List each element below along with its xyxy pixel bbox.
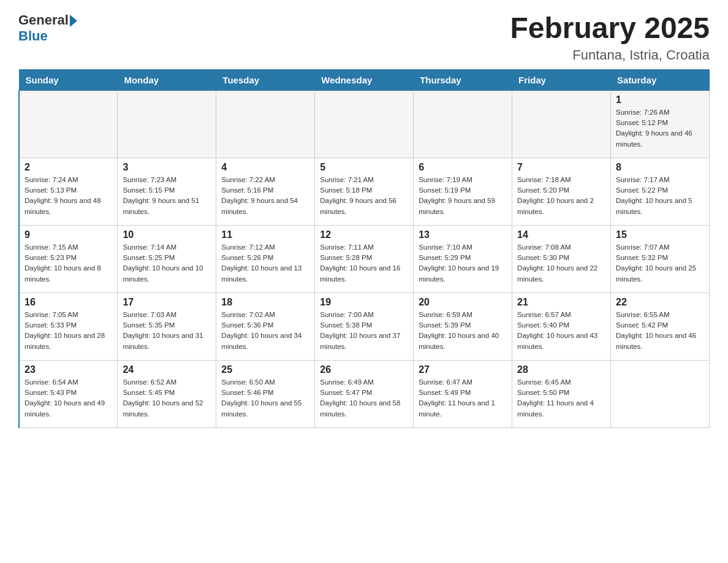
logo-general-text: General	[18, 12, 69, 28]
day-info: Sunrise: 7:08 AMSunset: 5:30 PMDaylight:…	[517, 243, 597, 283]
day-info: Sunrise: 6:49 AMSunset: 5:47 PMDaylight:…	[320, 378, 400, 418]
day-number: 12	[320, 229, 408, 240]
calendar-cell: 7Sunrise: 7:18 AMSunset: 5:20 PMDaylight…	[512, 158, 611, 225]
day-info: Sunrise: 6:59 AMSunset: 5:39 PMDaylight:…	[419, 311, 499, 350]
day-info: Sunrise: 7:26 AMSunset: 5:12 PMDaylight:…	[616, 109, 692, 148]
day-info: Sunrise: 7:22 AMSunset: 5:16 PMDaylight:…	[221, 176, 298, 215]
day-number: 19	[320, 297, 408, 308]
day-info: Sunrise: 7:10 AMSunset: 5:29 PMDaylight:…	[419, 243, 499, 283]
page-header: General Blue February 2025 Funtana, Istr…	[18, 12, 710, 63]
calendar-cell: 19Sunrise: 7:00 AMSunset: 5:38 PMDayligh…	[315, 293, 414, 360]
day-number: 15	[616, 229, 704, 240]
day-info: Sunrise: 6:45 AMSunset: 5:50 PMDaylight:…	[517, 378, 594, 418]
header-sunday: Sunday	[19, 69, 118, 90]
logo: General Blue	[18, 12, 77, 44]
header-thursday: Thursday	[414, 69, 512, 90]
day-number: 23	[25, 364, 112, 375]
day-number: 4	[221, 162, 309, 173]
calendar-cell: 3Sunrise: 7:23 AMSunset: 5:15 PMDaylight…	[118, 158, 216, 225]
day-number: 2	[25, 162, 112, 173]
calendar-cell: 21Sunrise: 6:57 AMSunset: 5:40 PMDayligh…	[512, 293, 611, 360]
calendar-cell: 26Sunrise: 6:49 AMSunset: 5:47 PMDayligh…	[315, 360, 414, 427]
day-number: 28	[517, 364, 605, 375]
day-info: Sunrise: 7:23 AMSunset: 5:15 PMDaylight:…	[123, 176, 199, 215]
week-row-3: 16Sunrise: 7:05 AMSunset: 5:33 PMDayligh…	[19, 293, 710, 360]
day-number: 13	[419, 229, 507, 240]
week-row-1: 2Sunrise: 7:24 AMSunset: 5:13 PMDaylight…	[19, 158, 710, 225]
day-number: 27	[419, 364, 507, 375]
calendar-cell: 9Sunrise: 7:15 AMSunset: 5:23 PMDaylight…	[19, 225, 118, 293]
day-info: Sunrise: 6:57 AMSunset: 5:40 PMDaylight:…	[517, 311, 597, 350]
day-info: Sunrise: 6:55 AMSunset: 5:42 PMDaylight:…	[616, 311, 696, 350]
calendar-cell: 10Sunrise: 7:14 AMSunset: 5:25 PMDayligh…	[118, 225, 216, 293]
calendar-cell: 2Sunrise: 7:24 AMSunset: 5:13 PMDaylight…	[19, 158, 118, 225]
day-number: 24	[123, 364, 211, 375]
day-number: 10	[123, 229, 211, 240]
header-wednesday: Wednesday	[315, 69, 414, 90]
calendar-cell: 6Sunrise: 7:19 AMSunset: 5:19 PMDaylight…	[414, 158, 512, 225]
calendar-cell: 8Sunrise: 7:17 AMSunset: 5:22 PMDaylight…	[611, 158, 710, 225]
calendar-cell	[19, 90, 118, 158]
calendar-cell: 16Sunrise: 7:05 AMSunset: 5:33 PMDayligh…	[19, 293, 118, 360]
calendar-cell	[611, 360, 710, 427]
calendar-cell: 18Sunrise: 7:02 AMSunset: 5:36 PMDayligh…	[216, 293, 315, 360]
calendar-cell: 14Sunrise: 7:08 AMSunset: 5:30 PMDayligh…	[512, 225, 611, 293]
header-friday: Friday	[512, 69, 611, 90]
day-number: 7	[517, 162, 605, 173]
day-number: 9	[25, 229, 112, 240]
week-row-4: 23Sunrise: 6:54 AMSunset: 5:43 PMDayligh…	[19, 360, 710, 427]
day-info: Sunrise: 7:14 AMSunset: 5:25 PMDaylight:…	[123, 243, 203, 283]
calendar-cell: 5Sunrise: 7:21 AMSunset: 5:18 PMDaylight…	[315, 158, 414, 225]
day-number: 3	[123, 162, 211, 173]
calendar-cell: 23Sunrise: 6:54 AMSunset: 5:43 PMDayligh…	[19, 360, 118, 427]
day-number: 25	[221, 364, 309, 375]
calendar-cell	[216, 90, 315, 158]
calendar-cell: 25Sunrise: 6:50 AMSunset: 5:46 PMDayligh…	[216, 360, 315, 427]
day-info: Sunrise: 6:52 AMSunset: 5:45 PMDaylight:…	[123, 378, 203, 418]
day-number: 5	[320, 162, 408, 173]
calendar-cell	[512, 90, 611, 158]
day-info: Sunrise: 7:17 AMSunset: 5:22 PMDaylight:…	[616, 176, 692, 215]
day-info: Sunrise: 7:05 AMSunset: 5:33 PMDaylight:…	[25, 311, 105, 350]
calendar-cell	[315, 90, 414, 158]
calendar-cell: 13Sunrise: 7:10 AMSunset: 5:29 PMDayligh…	[414, 225, 512, 293]
header-saturday: Saturday	[611, 69, 710, 90]
day-info: Sunrise: 7:02 AMSunset: 5:36 PMDaylight:…	[221, 311, 301, 350]
calendar-cell: 17Sunrise: 7:03 AMSunset: 5:35 PMDayligh…	[118, 293, 216, 360]
day-info: Sunrise: 7:15 AMSunset: 5:23 PMDaylight:…	[25, 243, 101, 283]
day-info: Sunrise: 7:00 AMSunset: 5:38 PMDaylight:…	[320, 311, 400, 350]
day-info: Sunrise: 7:24 AMSunset: 5:13 PMDaylight:…	[25, 176, 101, 215]
day-info: Sunrise: 7:12 AMSunset: 5:26 PMDaylight:…	[221, 243, 301, 283]
header-monday: Monday	[118, 69, 216, 90]
week-row-2: 9Sunrise: 7:15 AMSunset: 5:23 PMDaylight…	[19, 225, 710, 293]
day-number: 1	[616, 94, 704, 105]
calendar-subtitle: Funtana, Istria, Croatia	[510, 47, 710, 63]
day-number: 21	[517, 297, 605, 308]
day-info: Sunrise: 6:50 AMSunset: 5:46 PMDaylight:…	[221, 378, 301, 418]
calendar-cell	[118, 90, 216, 158]
day-number: 22	[616, 297, 704, 308]
week-row-0: 1Sunrise: 7:26 AMSunset: 5:12 PMDaylight…	[19, 90, 710, 158]
logo-arrow-icon	[70, 15, 77, 27]
calendar-cell: 12Sunrise: 7:11 AMSunset: 5:28 PMDayligh…	[315, 225, 414, 293]
header-tuesday: Tuesday	[216, 69, 315, 90]
calendar-cell: 11Sunrise: 7:12 AMSunset: 5:26 PMDayligh…	[216, 225, 315, 293]
calendar-cell: 28Sunrise: 6:45 AMSunset: 5:50 PMDayligh…	[512, 360, 611, 427]
calendar-cell: 4Sunrise: 7:22 AMSunset: 5:16 PMDaylight…	[216, 158, 315, 225]
calendar-header-row: SundayMondayTuesdayWednesdayThursdayFrid…	[19, 69, 710, 90]
day-number: 11	[221, 229, 309, 240]
day-number: 14	[517, 229, 605, 240]
day-number: 8	[616, 162, 704, 173]
day-info: Sunrise: 6:54 AMSunset: 5:43 PMDaylight:…	[25, 378, 105, 418]
calendar-cell	[414, 90, 512, 158]
day-info: Sunrise: 7:07 AMSunset: 5:32 PMDaylight:…	[616, 243, 696, 283]
day-info: Sunrise: 7:18 AMSunset: 5:20 PMDaylight:…	[517, 176, 594, 215]
day-number: 18	[221, 297, 309, 308]
day-number: 6	[419, 162, 507, 173]
day-number: 17	[123, 297, 211, 308]
day-number: 20	[419, 297, 507, 308]
calendar-cell: 1Sunrise: 7:26 AMSunset: 5:12 PMDaylight…	[611, 90, 710, 158]
logo-blue-text: Blue	[18, 28, 77, 44]
calendar-title: February 2025	[510, 12, 710, 45]
day-info: Sunrise: 7:03 AMSunset: 5:35 PMDaylight:…	[123, 311, 203, 350]
